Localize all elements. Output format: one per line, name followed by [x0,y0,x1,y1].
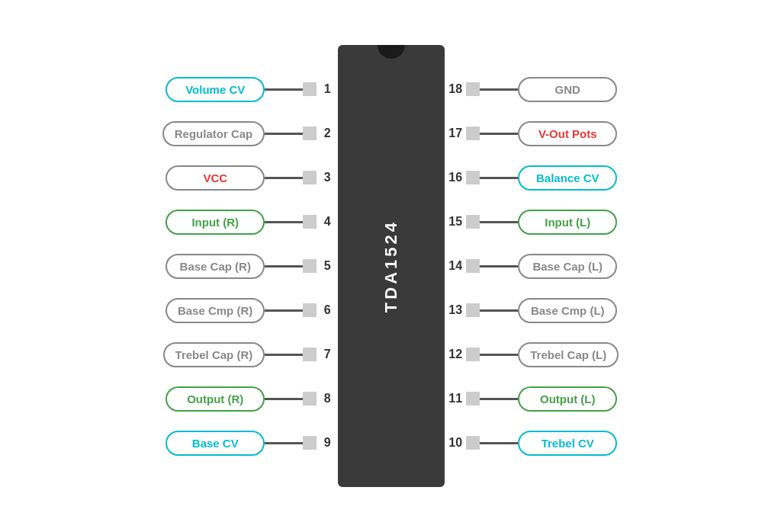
pin-number-right-17: 17 [445,127,466,140]
pin-row-right-11: 11Output (L) [445,377,619,421]
pin-stub-right-10 [466,436,480,450]
pin-label-right-17: V-Out Pots [518,121,617,146]
pin-number-left-7: 7 [317,348,338,361]
pin-row-right-14: 14Base Cap (L) [445,244,619,288]
pin-number-left-5: 5 [317,259,338,273]
wire-right-15 [480,221,518,223]
pin-label-left-7: Trebel Cap (R) [163,342,265,367]
pin-label-right-11: Output (L) [518,386,617,412]
pin-number-right-10: 10 [445,436,466,450]
pin-number-right-18: 18 [445,82,466,96]
pin-stub-left-4 [303,215,317,229]
ic-body: TDA1524 [338,45,445,487]
pin-label-left-8: Output (R) [166,386,265,412]
pin-stub-left-9 [303,436,317,450]
wire-left-1 [265,88,303,91]
pin-label-left-4: Input (R) [166,210,265,235]
pin-stub-right-16 [466,171,480,184]
pin-stub-left-8 [303,392,317,405]
pin-stub-right-15 [466,215,480,229]
pin-label-right-15: Input (L) [518,210,617,235]
pin-number-right-13: 13 [445,303,466,317]
pin-row-left-8: Output (R)8 [162,377,339,421]
pin-number-left-8: 8 [317,392,338,405]
pin-label-left-1: Volume CV [166,77,265,102]
pin-number-left-6: 6 [317,303,338,317]
pin-stub-right-11 [466,392,480,405]
pin-number-right-15: 15 [445,215,466,229]
wire-right-12 [480,354,518,356]
wire-left-3 [265,177,303,179]
pin-stub-left-2 [303,127,317,140]
wire-right-10 [480,442,518,444]
pin-number-right-11: 11 [445,392,466,405]
ic-label: TDA1524 [381,220,401,312]
pin-number-left-3: 3 [317,171,338,184]
wire-right-13 [480,309,518,312]
pin-stub-left-7 [303,348,317,361]
pin-stub-right-13 [466,303,480,317]
wire-right-16 [480,177,518,179]
ic-notch [378,45,405,59]
pin-stub-left-1 [303,82,317,96]
pin-stub-left-6 [303,303,317,317]
wire-left-8 [265,398,303,400]
pin-label-right-12: Trebel Cap (L) [518,342,619,367]
diagram-container: Volume CV1Regulator Cap2VCC3Input (R)4Ba… [0,0,781,532]
pin-label-left-3: VCC [166,165,265,191]
pin-number-right-12: 12 [445,348,466,361]
pin-row-right-15: 15Input (L) [445,200,619,244]
wire-left-2 [265,133,303,135]
pin-row-left-9: Base CV9 [162,421,339,465]
pin-number-left-4: 4 [317,215,338,229]
pin-number-left-9: 9 [317,436,338,450]
pin-row-left-5: Base Cap (R)5 [162,244,339,288]
pin-number-left-2: 2 [317,127,338,140]
pin-row-right-12: 12Trebel Cap (L) [445,332,619,377]
wire-left-5 [265,265,303,268]
pin-stub-right-14 [466,259,480,273]
pin-number-right-16: 16 [445,171,466,184]
pin-number-right-14: 14 [445,259,466,273]
pin-row-right-16: 16Balance CV [445,155,619,200]
pin-label-right-13: Base Cmp (L) [518,298,617,323]
wire-left-6 [265,309,303,312]
pin-label-left-6: Base Cmp (R) [166,298,265,323]
pin-stub-left-3 [303,171,317,184]
pin-label-right-18: GND [518,77,617,102]
pin-label-left-2: Regulator Cap [162,121,265,146]
pin-stub-right-17 [466,127,480,140]
pin-row-left-2: Regulator Cap2 [162,111,339,155]
pins-left: Volume CV1Regulator Cap2VCC3Input (R)4Ba… [162,67,339,465]
wire-left-4 [265,221,303,223]
pin-number-left-1: 1 [317,82,338,96]
pin-row-right-10: 10Trebel CV [445,421,619,465]
pin-row-right-17: 17V-Out Pots [445,111,619,155]
pin-label-right-10: Trebel CV [518,431,617,456]
pin-stub-left-5 [303,259,317,273]
pin-row-left-6: Base Cmp (R)6 [162,288,339,332]
wire-right-17 [480,133,518,135]
pin-label-left-9: Base CV [166,431,265,456]
wire-right-14 [480,265,518,268]
pin-label-right-14: Base Cap (L) [518,254,617,279]
pin-stub-right-18 [466,82,480,96]
pin-row-left-4: Input (R)4 [162,200,339,244]
pin-row-right-13: 13Base Cmp (L) [445,288,619,332]
pins-right: 18GND17V-Out Pots16Balance CV15Input (L)… [445,67,619,465]
pin-label-right-16: Balance CV [518,165,617,191]
pin-stub-right-12 [466,348,480,361]
wire-left-9 [265,442,303,444]
pin-row-left-3: VCC3 [162,155,339,200]
pin-label-left-5: Base Cap (R) [166,254,265,279]
wire-left-7 [265,354,303,356]
wire-right-18 [480,88,518,91]
pin-row-left-1: Volume CV1 [162,67,339,111]
pin-row-left-7: Trebel Cap (R)7 [162,332,339,377]
wire-right-11 [480,398,518,400]
pin-row-right-18: 18GND [445,67,619,111]
